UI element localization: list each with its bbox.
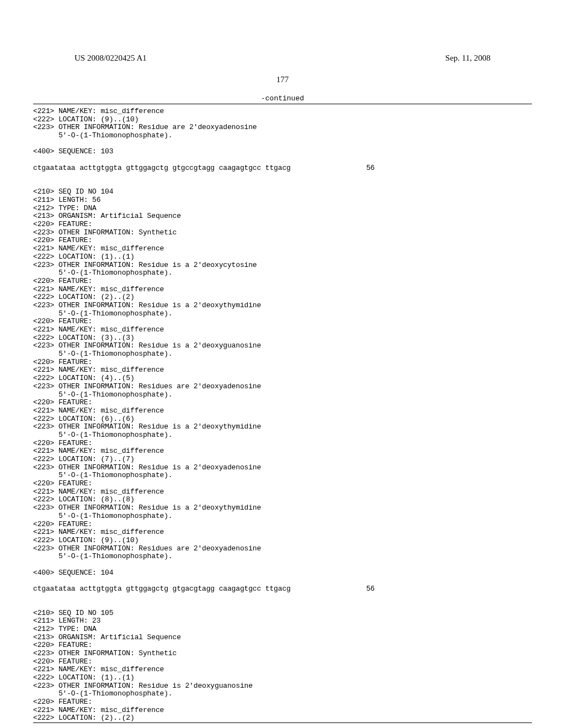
seq104-length-number: 56: [366, 585, 532, 593]
page-number: 177: [33, 75, 532, 84]
seq103-header: <400> SEQUENCE: 103: [33, 148, 532, 156]
seq-block-3: <210> SEQ ID NO 105 <211> LENGTH: 23 <21…: [33, 609, 532, 723]
seq103-sequence-text: ctgaatataa acttgtggta gttggagctg gtgccgt…: [33, 164, 291, 173]
seq-block-2: <210> SEQ ID NO 104 <211> LENGTH: 56 <21…: [33, 188, 532, 561]
sequence-listing-content: <221> NAME/KEY: misc_difference <222> LO…: [33, 108, 532, 722]
seq104-sequence-line: ctgaatataa acttgtggta gttggagctg gtgacgt…: [33, 585, 532, 593]
seq-block-1: <221> NAME/KEY: misc_difference <222> LO…: [33, 108, 532, 140]
continued-label: -continued: [33, 94, 532, 103]
header-publication-number: US 2008/0220425 A1: [74, 53, 147, 63]
horizontal-rule-bottom: [33, 722, 532, 723]
horizontal-rule-top: [33, 104, 532, 104]
seq104-sequence-text: ctgaatataa acttgtggta gttggagctg gtgacgt…: [33, 585, 291, 593]
header-date: Sep. 11, 2008: [445, 53, 491, 63]
seq104-header: <400> SEQUENCE: 104: [33, 569, 532, 577]
page-header: US 2008/0220425 A1 Sep. 11, 2008: [33, 53, 532, 63]
seq103-sequence-line: ctgaatataa acttgtggta gttggagctg gtgccgt…: [33, 164, 532, 173]
seq103-length-number: 56: [366, 164, 532, 173]
